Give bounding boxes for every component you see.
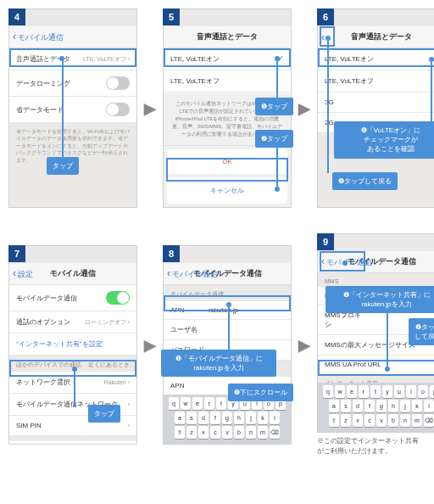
back-button[interactable]: ‹モバイル通信	[13, 31, 64, 43]
arrow-icon: ▶	[298, 336, 310, 355]
nav-header: ‹モバイル通信 モバイルデータ通信	[164, 263, 291, 285]
keyboard-key[interactable]: x	[353, 414, 363, 427]
keyboard-key[interactable]: t	[370, 385, 381, 398]
callout-tap-back: ❷タップして戻る	[332, 172, 398, 190]
keyboard-key[interactable]: ⇧	[175, 426, 185, 439]
keyboard-key[interactable]: m	[258, 426, 268, 439]
callout-check: ❶「VoLTEオン」に チェックマークが あることを確認	[334, 121, 434, 159]
keyboard-key[interactable]: e	[192, 397, 203, 410]
keyboard-key[interactable]: m	[412, 414, 422, 427]
keyboard-key[interactable]: a	[329, 400, 339, 412]
keyboard[interactable]: qwertyuiopasdfghjkl⇧zxcvbnm⌫	[164, 395, 291, 444]
network-select-row[interactable]: ネットワーク選択Rakuten ›	[9, 372, 136, 394]
keyboard-key[interactable]: v	[376, 414, 387, 427]
keyboard-key[interactable]: n	[400, 414, 410, 427]
keyboard-key[interactable]: l	[424, 400, 434, 412]
callout-tap: タップ	[88, 405, 120, 423]
call-options-row[interactable]: 通話のオプションローミングオフ ›	[9, 311, 136, 333]
toggle[interactable]	[106, 76, 130, 90]
mobile-data-row[interactable]: モバイルデータ通信	[9, 285, 136, 311]
option-3g[interactable]: 3G	[318, 92, 434, 113]
data-roaming-row[interactable]: データローミング	[9, 70, 136, 97]
keyboard-key[interactable]: z	[186, 426, 197, 439]
chevron-left-icon: ‹	[13, 31, 16, 42]
keyboard-key[interactable]: c	[210, 426, 220, 439]
keyboard-key[interactable]: z	[341, 414, 351, 427]
keyboard[interactable]: qwertyuiopasdfghjkl⇧zxcvbnm⌫	[318, 383, 434, 432]
step-badge: 7	[8, 245, 25, 262]
keyboard-key[interactable]: y	[382, 385, 392, 398]
cancel-button[interactable]: キャンセル	[167, 177, 287, 204]
keyboard-key[interactable]: k	[412, 400, 422, 412]
toggle[interactable]	[106, 103, 130, 116]
keyboard-key[interactable]: r	[359, 385, 369, 398]
keyboard-key[interactable]: h	[388, 400, 398, 412]
callout-input: ❶「インターネット共有」に rakuten.jpを入力	[326, 286, 434, 313]
option-volte-off[interactable]: LTE, VoLTEオフ	[318, 70, 434, 92]
keyboard-key[interactable]: b	[388, 414, 398, 427]
chevron-left-icon: ‹	[321, 255, 325, 267]
keyboard-key[interactable]: h	[234, 412, 244, 424]
keyboard-key[interactable]: a	[175, 412, 185, 424]
section-label: モバイルデータ通信	[164, 285, 291, 301]
keyboard-key[interactable]: l	[270, 412, 280, 424]
keyboard-key[interactable]: w	[181, 397, 191, 410]
low-data-mode-row[interactable]: 省データモード	[9, 97, 136, 123]
keyboard-key[interactable]: b	[234, 426, 244, 439]
nav-header: ‹モバイル通信 モバイルデータ通信	[318, 251, 434, 273]
nav-header: ‹設定 モバイル通信	[9, 263, 136, 285]
keyboard-key[interactable]: q	[323, 385, 333, 398]
keyboard-key[interactable]: t	[216, 397, 226, 410]
option-volte-on[interactable]: LTE, VoLTEオン	[318, 48, 434, 70]
keyboard-key[interactable]: ⌫	[270, 426, 280, 439]
mms-ua-prof-field[interactable]: MMS UA Prof URL	[318, 356, 434, 374]
option-volte-on[interactable]: LTE, VoLTEオン	[164, 48, 291, 70]
keyboard-key[interactable]: w	[335, 385, 345, 398]
keyboard-key[interactable]: f	[210, 412, 220, 424]
keyboard-key[interactable]: n	[246, 426, 256, 439]
keyboard-key[interactable]: ⌫	[424, 414, 434, 427]
keyboard-key[interactable]: ⇧	[329, 414, 339, 427]
keyboard-key[interactable]: u	[394, 385, 404, 398]
keyboard-key[interactable]: e	[347, 385, 357, 398]
keyboard-key[interactable]: g	[376, 400, 387, 412]
keyboard-key[interactable]: x	[198, 426, 209, 439]
hotspot-setup-row[interactable]: "インターネット共有"を設定	[9, 333, 136, 356]
toggle[interactable]	[106, 291, 130, 305]
nav-header: ‹モバイル通信	[9, 26, 136, 48]
step-badge: 8	[163, 245, 180, 262]
keyboard-key[interactable]: p	[430, 385, 434, 398]
phone-screen-4: ‹モバイル通信 音声通話とデータLTE, VoLTEオフ › データローミング …	[8, 8, 137, 208]
keyboard-key[interactable]: v	[222, 426, 232, 439]
keyboard-key[interactable]: d	[198, 412, 209, 424]
username-field[interactable]: ユーザ名	[164, 320, 291, 340]
keyboard-key[interactable]: j	[246, 412, 256, 424]
ok-button[interactable]: OK	[167, 149, 287, 174]
voice-data-row[interactable]: 音声通話とデータLTE, VoLTEオフ ›	[9, 48, 136, 70]
back-button[interactable]: ‹モバイル通信	[167, 267, 218, 280]
keyboard-key[interactable]: s	[186, 412, 197, 424]
keyboard-key[interactable]: s	[341, 400, 351, 412]
keyboard-key[interactable]: g	[222, 412, 232, 424]
nav-header: 音声通話とデータ	[164, 26, 291, 48]
arrow-icon: ▶	[144, 99, 156, 118]
footnote: ※この設定でインターネット共有 がご利用いただけます。	[317, 436, 434, 456]
callout-tap2: ❷タップ	[255, 130, 293, 148]
option-volte-off[interactable]: LTE, VoLTEオフ	[164, 70, 291, 92]
keyboard-key[interactable]: d	[353, 400, 363, 412]
keyboard-key[interactable]: q	[169, 397, 179, 410]
step-badge: 5	[163, 8, 180, 25]
callout-tap: タップ	[47, 157, 79, 175]
step-badge: 9	[317, 233, 334, 250]
nav-header: ‹ 音声通話とデータ	[318, 26, 434, 48]
keyboard-key[interactable]: k	[258, 412, 268, 424]
keyboard-key[interactable]: o	[418, 385, 428, 398]
keyboard-key[interactable]: i	[406, 385, 416, 398]
keyboard-key[interactable]: c	[364, 414, 375, 427]
callout-tap1: ❶タップ	[255, 98, 293, 115]
keyboard-key[interactable]: r	[204, 397, 214, 410]
back-button[interactable]: ‹設定	[13, 267, 33, 280]
keyboard-key[interactable]: f	[364, 400, 375, 412]
add-plan-row[interactable]: モバイル通信プランを追加	[9, 441, 136, 445]
keyboard-key[interactable]: j	[400, 400, 410, 412]
